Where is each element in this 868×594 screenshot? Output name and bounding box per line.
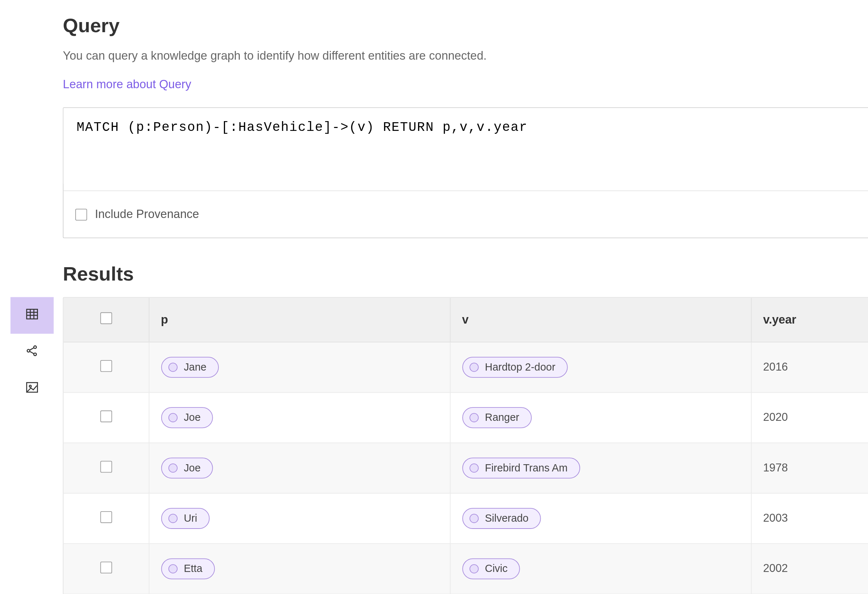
- row-checkbox[interactable]: [100, 460, 112, 472]
- cell-year: 2003: [751, 493, 868, 543]
- entity-chip-vehicle[interactable]: Firebird Trans Am: [462, 457, 580, 478]
- entity-dot-icon: [469, 413, 478, 422]
- select-all-checkbox[interactable]: [100, 312, 112, 324]
- entity-chip-person-label: Joe: [184, 411, 201, 423]
- cell-year: 1978: [751, 442, 868, 493]
- entity-dot-icon: [168, 514, 177, 523]
- row-checkbox[interactable]: [100, 360, 112, 371]
- entity-chip-person[interactable]: Joe: [161, 457, 213, 478]
- svg-line-9: [30, 351, 34, 354]
- query-box: Include Provenance Clear Run: [63, 108, 868, 238]
- image-icon: [25, 380, 40, 397]
- table-row: UriSilverado2003: [63, 493, 868, 543]
- entity-dot-icon: [168, 363, 177, 371]
- row-checkbox[interactable]: [100, 561, 112, 573]
- include-provenance-checkbox[interactable]: Include Provenance: [75, 208, 199, 221]
- table-row: JaneHardtop 2-door2016: [63, 342, 868, 392]
- cell-year: 2020: [751, 392, 868, 442]
- view-tabs: [10, 297, 53, 407]
- entity-dot-icon: [469, 514, 478, 523]
- svg-point-5: [27, 349, 30, 352]
- entity-chip-vehicle-label: Silverado: [485, 512, 528, 524]
- table-row: JoeFirebird Trans Am1978: [63, 442, 868, 493]
- svg-point-6: [34, 346, 36, 348]
- query-input[interactable]: [63, 108, 868, 184]
- col-header-year[interactable]: v.year: [751, 298, 868, 342]
- entity-chip-person[interactable]: Uri: [161, 508, 210, 529]
- entity-dot-icon: [469, 463, 478, 472]
- entity-dot-icon: [469, 564, 478, 573]
- entity-dot-icon: [168, 413, 177, 422]
- results-title: Results: [63, 263, 868, 286]
- query-title: Query: [63, 15, 868, 37]
- entity-dot-icon: [168, 564, 177, 573]
- entity-chip-vehicle-label: Hardtop 2-door: [485, 361, 555, 373]
- include-provenance-label: Include Provenance: [95, 208, 199, 221]
- row-checkbox[interactable]: [100, 410, 112, 422]
- entity-chip-vehicle[interactable]: Ranger: [462, 407, 531, 428]
- entity-chip-person-label: Jane: [184, 361, 207, 373]
- entity-chip-vehicle[interactable]: Silverado: [462, 508, 541, 529]
- graph-view-tab[interactable]: [10, 334, 53, 370]
- cell-year: 2002: [751, 543, 868, 594]
- query-subtitle: You can query a knowledge graph to ident…: [63, 47, 487, 65]
- col-header-v[interactable]: v: [450, 298, 751, 342]
- col-header-p[interactable]: p: [149, 298, 450, 342]
- entity-chip-vehicle[interactable]: Civic: [462, 558, 520, 579]
- entity-chip-vehicle-label: Ranger: [485, 411, 519, 423]
- entity-chip-person[interactable]: Jane: [161, 357, 219, 377]
- graph-icon: [25, 343, 40, 360]
- row-checkbox[interactable]: [100, 511, 112, 523]
- cell-year: 2016: [751, 342, 868, 392]
- svg-point-7: [34, 353, 36, 355]
- learn-more-link[interactable]: Learn more about Query: [63, 78, 191, 91]
- svg-point-11: [29, 385, 31, 387]
- entity-chip-vehicle-label: Firebird Trans Am: [485, 462, 567, 474]
- entity-chip-person-label: Uri: [184, 512, 197, 524]
- table-icon: [25, 307, 40, 324]
- entity-chip-vehicle[interactable]: Hardtop 2-door: [462, 357, 568, 377]
- entity-chip-person-label: Joe: [184, 462, 201, 474]
- table-row: EttaCivic2002: [63, 543, 868, 594]
- entity-dot-icon: [168, 463, 177, 472]
- entity-chip-vehicle-label: Civic: [485, 563, 508, 575]
- resize-handle-icon[interactable]: [63, 184, 868, 190]
- svg-rect-0: [27, 310, 38, 319]
- svg-line-8: [30, 348, 34, 350]
- entity-chip-person[interactable]: Joe: [161, 407, 213, 428]
- entity-chip-person[interactable]: Etta: [161, 558, 214, 579]
- entity-dot-icon: [469, 363, 478, 371]
- table-row: JoeRanger2020: [63, 392, 868, 442]
- table-view-tab[interactable]: [10, 297, 53, 334]
- results-table: p v v.year JaneHardtop 2-door2016JoeRang…: [63, 298, 868, 594]
- image-view-tab[interactable]: [10, 370, 53, 407]
- entity-chip-person-label: Etta: [184, 563, 202, 575]
